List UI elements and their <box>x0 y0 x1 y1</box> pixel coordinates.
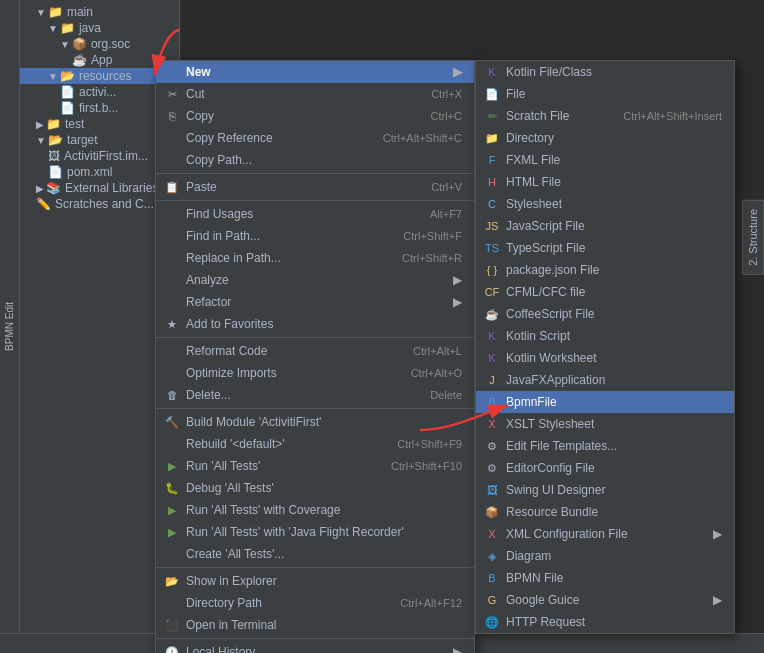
structure-tab[interactable]: 2. Structure <box>742 200 764 275</box>
submenu-edit-templates[interactable]: ⚙ Edit File Templates... <box>476 435 734 457</box>
edit-templates-icon: ⚙ <box>484 438 500 454</box>
menu-item-rebuild[interactable]: Rebuild '<default>' Ctrl+Shift+F9 <box>156 433 474 455</box>
submenu-diagram[interactable]: ◈ Diagram <box>476 545 734 567</box>
submenu-swing[interactable]: 🖼 Swing UI Designer <box>476 479 734 501</box>
menu-item-dir-path[interactable]: Directory Path Ctrl+Alt+F12 <box>156 592 474 614</box>
submenu-html[interactable]: H HTML File <box>476 171 734 193</box>
kotlin-file-icon: K <box>484 64 500 80</box>
expand-arrow: ▼ <box>48 71 58 82</box>
folder-icon: 📁 <box>48 5 63 19</box>
submenu-scratch-file[interactable]: ✏ Scratch File Ctrl+Alt+Shift+Insert <box>476 105 734 127</box>
menu-item-analyze[interactable]: Analyze ▶ <box>156 269 474 291</box>
diagram-icon: ◈ <box>484 548 500 564</box>
submenu-stylesheet[interactable]: C Stylesheet <box>476 193 734 215</box>
menu-item-run-jfr[interactable]: ▶ Run 'All Tests' with 'Java Flight Reco… <box>156 521 474 543</box>
menu-item-open-terminal[interactable]: ⬛ Open in Terminal <box>156 614 474 636</box>
submenu-http-request[interactable]: 🌐 HTTP Request <box>476 611 734 633</box>
menu-label: Find Usages <box>186 207 253 221</box>
menu-item-create-tests[interactable]: Create 'All Tests'... <box>156 543 474 565</box>
menu-item-reformat[interactable]: Reformat Code Ctrl+Alt+L <box>156 337 474 362</box>
submenu-editorconfig[interactable]: ⚙ EditorConfig File <box>476 457 734 479</box>
menu-item-show-explorer[interactable]: 📂 Show in Explorer <box>156 567 474 592</box>
submenu-resource-bundle[interactable]: 📦 Resource Bundle <box>476 501 734 523</box>
kotlin-script-icon: K <box>484 328 500 344</box>
menu-item-delete[interactable]: 🗑 Delete... Delete <box>156 384 474 406</box>
expand-arrow: ▼ <box>36 7 46 18</box>
submenu-label: Directory <box>506 131 554 145</box>
submenu-label: Stylesheet <box>506 197 562 211</box>
submenu-bpmn-file2[interactable]: B BPMN File <box>476 567 734 589</box>
file-icon: 📄 <box>60 85 75 99</box>
shortcut: Ctrl+Shift+F9 <box>397 438 462 450</box>
lib-icon: 📚 <box>46 181 61 195</box>
shortcut: Ctrl+Alt+O <box>411 367 462 379</box>
submenu-js[interactable]: JS JavaScript File <box>476 215 734 237</box>
submenu-ts[interactable]: TS TypeScript File <box>476 237 734 259</box>
menu-label: Run 'All Tests' with Coverage <box>186 503 340 517</box>
submenu-label: CFML/CFC file <box>506 285 585 299</box>
submenu-file[interactable]: 📄 File <box>476 83 734 105</box>
menu-item-cut[interactable]: ✂ Cut Ctrl+X <box>156 83 474 105</box>
pkg-icon: { } <box>484 262 500 278</box>
rebuild-icon <box>164 436 180 452</box>
tree-label: Scratches and C... <box>55 197 154 211</box>
tree-label: App <box>91 53 112 67</box>
submenu-javafx[interactable]: J JavaFXApplication <box>476 369 734 391</box>
expand-arrow: ▶ <box>36 119 44 130</box>
directory-icon: 📁 <box>484 130 500 146</box>
menu-item-local-history[interactable]: 🕐 Local History ▶ <box>156 638 474 653</box>
menu-label: Copy Path... <box>186 153 252 167</box>
submenu-new: K Kotlin File/Class 📄 File ✏ Scratch Fil… <box>475 60 735 634</box>
menu-item-find-usages[interactable]: Find Usages Alt+F7 <box>156 200 474 225</box>
tree-label: test <box>65 117 84 131</box>
submenu-directory[interactable]: 📁 Directory <box>476 127 734 149</box>
menu-label: Run 'All Tests' <box>186 459 260 473</box>
tree-label: resources <box>79 69 132 83</box>
submenu-coffee[interactable]: ☕ CoffeeScript File <box>476 303 734 325</box>
menu-item-copy[interactable]: ⎘ Copy Ctrl+C <box>156 105 474 127</box>
submenu-pkg[interactable]: { } package.json File <box>476 259 734 281</box>
menu-item-copy-ref[interactable]: Copy Reference Ctrl+Alt+Shift+C <box>156 127 474 149</box>
bpmnfile2-icon: B <box>484 570 500 586</box>
submenu-kotlin-script[interactable]: K Kotlin Script <box>476 325 734 347</box>
scratch-icon: ✏️ <box>36 197 51 211</box>
expand-arrow: ▼ <box>48 23 58 34</box>
menu-item-new[interactable]: New ▶ <box>156 61 474 83</box>
menu-label: Show in Explorer <box>186 574 277 588</box>
menu-item-copy-path[interactable]: Copy Path... <box>156 149 474 171</box>
menu-item-refactor[interactable]: Refactor ▶ <box>156 291 474 313</box>
style-icon: C <box>484 196 500 212</box>
submenu-label: HTML File <box>506 175 561 189</box>
bpmn-sidebar: BPMN Edit <box>0 0 20 653</box>
menu-item-favorites[interactable]: ★ Add to Favorites <box>156 313 474 335</box>
menu-item-debug[interactable]: 🐛 Debug 'All Tests' <box>156 477 474 499</box>
submenu-label: JavaScript File <box>506 219 585 233</box>
submenu-bpmnfile[interactable]: B BpmnFile <box>476 391 734 413</box>
submenu-label: BPMN File <box>506 571 563 585</box>
menu-label: Replace in Path... <box>186 251 281 265</box>
tree-label: activi... <box>79 85 116 99</box>
tree-item-main[interactable]: ▼ 📁 main <box>20 4 179 20</box>
submenu-xslt[interactable]: X XSLT Stylesheet <box>476 413 734 435</box>
menu-item-optimize[interactable]: Optimize Imports Ctrl+Alt+O <box>156 362 474 384</box>
menu-item-run[interactable]: ▶ Run 'All Tests' Ctrl+Shift+F10 <box>156 455 474 477</box>
bpmn-file-icon: 📄 <box>60 101 75 115</box>
tree-item-orgsoc[interactable]: ▼ 📦 org.soc <box>20 36 179 52</box>
menu-label: Run 'All Tests' with 'Java Flight Record… <box>186 525 404 539</box>
menu-item-find-path[interactable]: Find in Path... Ctrl+Shift+F <box>156 225 474 247</box>
submenu-cfml[interactable]: CF CFML/CFC file <box>476 281 734 303</box>
submenu-fxml[interactable]: F FXML File <box>476 149 734 171</box>
submenu-xml-config[interactable]: X XML Configuration File ▶ <box>476 523 734 545</box>
menu-label: Analyze <box>186 273 229 287</box>
menu-item-run-coverage[interactable]: ▶ Run 'All Tests' with Coverage <box>156 499 474 521</box>
tree-item-java[interactable]: ▼ 📁 java <box>20 20 179 36</box>
submenu-google-guice[interactable]: G Google Guice ▶ <box>476 589 734 611</box>
menu-item-replace-path[interactable]: Replace in Path... Ctrl+Shift+R <box>156 247 474 269</box>
menu-item-paste[interactable]: 📋 Paste Ctrl+V <box>156 173 474 198</box>
menu-label: New <box>186 65 211 79</box>
xslt-icon: X <box>484 416 500 432</box>
submenu-kotlin-file[interactable]: K Kotlin File/Class <box>476 61 734 83</box>
menu-item-build[interactable]: 🔨 Build Module 'ActivitiFirst' <box>156 408 474 433</box>
menu-label: Copy Reference <box>186 131 273 145</box>
submenu-kotlin-ws[interactable]: K Kotlin Worksheet <box>476 347 734 369</box>
